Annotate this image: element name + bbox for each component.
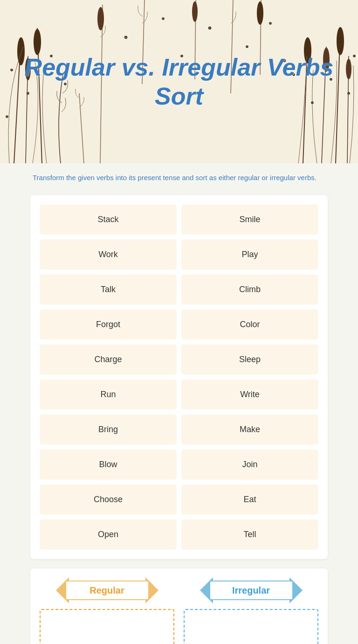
svg-point-11	[6, 116, 8, 118]
svg-point-30	[192, 1, 198, 22]
irregular-drop-zone[interactable]	[184, 609, 318, 644]
svg-point-37	[209, 27, 211, 29]
irregular-column: Irregular	[184, 578, 318, 644]
verb-card-choose[interactable]: Choose	[40, 484, 177, 515]
regular-column: Regular	[40, 578, 174, 644]
regular-label: Regular	[65, 581, 149, 600]
svg-point-26	[348, 92, 350, 94]
irregular-ribbon: Irregular	[200, 578, 303, 603]
verb-card-run[interactable]: Run	[40, 379, 177, 410]
verb-card-talk[interactable]: Talk	[40, 274, 177, 305]
verb-card-tell[interactable]: Tell	[181, 519, 318, 550]
svg-point-7	[11, 69, 13, 71]
verb-card-open[interactable]: Open	[40, 519, 177, 550]
verb-card-join[interactable]: Join	[181, 449, 318, 480]
regular-drop-zone[interactable]	[40, 609, 174, 644]
verb-card-charge[interactable]: Charge	[40, 344, 177, 375]
svg-point-27	[353, 55, 355, 57]
verb-card-work[interactable]: Work	[40, 239, 177, 270]
verb-grid-container: StackSmileWorkPlayTalkClimbForgotColorCh…	[30, 195, 328, 559]
svg-point-34	[125, 36, 127, 39]
instructions-text: Transform the given verbs into its prese…	[0, 163, 358, 188]
svg-point-33	[257, 1, 263, 25]
verb-card-play[interactable]: Play	[181, 239, 318, 270]
verb-grid: StackSmileWorkPlayTalkClimbForgotColorCh…	[40, 204, 318, 550]
verb-card-blow[interactable]: Blow	[40, 449, 177, 480]
svg-point-35	[162, 18, 164, 20]
svg-point-22	[346, 59, 351, 79]
verb-card-eat[interactable]: Eat	[181, 484, 318, 515]
sort-container: Regular Irregular	[30, 568, 328, 644]
verb-card-stack[interactable]: Stack	[40, 204, 177, 235]
verb-card-color[interactable]: Color	[181, 309, 318, 340]
verb-card-climb[interactable]: Climb	[181, 274, 318, 305]
verb-card-sleep[interactable]: Sleep	[181, 344, 318, 375]
irregular-label: Irregular	[209, 581, 293, 600]
verb-card-forgot[interactable]: Forgot	[40, 309, 177, 340]
verb-card-write[interactable]: Write	[181, 379, 318, 410]
verb-card-make[interactable]: Make	[181, 414, 318, 445]
svg-point-39	[269, 22, 271, 24]
verb-card-smile[interactable]: Smile	[181, 204, 318, 235]
svg-point-14	[97, 7, 104, 30]
regular-ribbon: Regular	[56, 578, 158, 603]
verb-card-bring[interactable]: Bring	[40, 414, 177, 445]
header-section: Regular vs. Irregular Verbs Sort	[0, 0, 358, 163]
page-title: Regular vs. Irregular Verbs Sort	[15, 43, 343, 120]
